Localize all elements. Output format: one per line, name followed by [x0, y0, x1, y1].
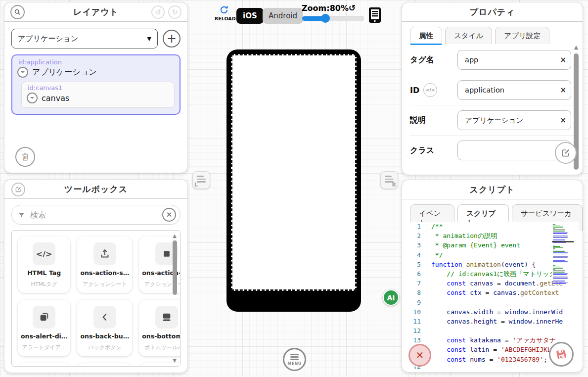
- code-line[interactable]: 12: [406, 326, 579, 335]
- undo-icon[interactable]: ↺: [151, 5, 165, 19]
- toolbox-card-ons-action-s-[interactable]: ons-action-s…アクションシート: [77, 236, 132, 293]
- line-number: 11: [406, 317, 426, 326]
- device-preview-icon[interactable]: [368, 6, 382, 26]
- clear-field-icon[interactable]: ×: [560, 87, 566, 94]
- properties-panel-header: プロパティ: [402, 2, 583, 22]
- tagname-input[interactable]: [464, 55, 558, 64]
- close-button[interactable]: ✕: [408, 344, 431, 367]
- zoom-slider[interactable]: [302, 16, 364, 21]
- minimap-marker: [552, 241, 574, 242]
- tab-app-settings[interactable]: アプリ設定: [495, 27, 549, 44]
- delete-button[interactable]: [15, 147, 35, 167]
- upload-icon: [93, 242, 116, 265]
- component-name: ons-back-bu…: [80, 332, 129, 340]
- properties-panel: プロパティ 属性 スタイル アプリ設定 タグ名 × ID </> × 説明 ×: [402, 2, 583, 175]
- clear-field-icon[interactable]: ×: [560, 56, 566, 64]
- toolbox-card-ons-button[interactable]: ons-button: [18, 363, 70, 367]
- code-line[interactable]: 9: [406, 298, 579, 307]
- id-input[interactable]: [464, 86, 558, 94]
- toolbox-scrollbar[interactable]: ▲ ▼: [171, 234, 178, 363]
- code-minimap[interactable]: [552, 223, 574, 276]
- android-toggle-button[interactable]: Android: [263, 8, 303, 24]
- code-text: [426, 326, 579, 335]
- line-number: 13: [406, 335, 426, 345]
- handle-letter: R: [392, 182, 396, 188]
- code-line[interactable]: 8 const ctx = canvas.getContext: [406, 288, 579, 297]
- zoom-reset-icon[interactable]: ↺: [349, 3, 356, 13]
- component-subtitle: バックボタン: [88, 344, 122, 351]
- scroll-up-icon[interactable]: ▲: [173, 234, 177, 238]
- chevron-left-icon: [93, 306, 116, 329]
- class-input-wrap: [457, 141, 571, 160]
- line-number: 9: [406, 298, 426, 307]
- tagname-input-wrap: ×: [457, 50, 571, 70]
- tab-style[interactable]: スタイル: [445, 27, 492, 44]
- field-label: タグ名: [410, 55, 457, 65]
- line-number: 4: [406, 250, 426, 260]
- left-panel-handle[interactable]: L: [192, 171, 210, 189]
- right-panel-handle[interactable]: R: [380, 171, 398, 189]
- code-line[interactable]: 16: [406, 364, 579, 369]
- line-number: 1: [406, 222, 426, 231]
- scroll-thumb[interactable]: [173, 240, 177, 295]
- reload-button[interactable]: RELOAD: [215, 5, 233, 21]
- phone-screen: [231, 54, 357, 291]
- clear-search-icon[interactable]: ✕: [162, 208, 176, 222]
- toolbox-card-ons-back-bu-[interactable]: ons-back-bu…バックボタン: [77, 300, 132, 356]
- scroll-down-icon[interactable]: ▼: [173, 358, 177, 363]
- field-row-id: ID </> ×: [410, 75, 578, 105]
- menu-label: MENU: [287, 362, 302, 366]
- ios-toggle-button[interactable]: iOS: [236, 8, 264, 24]
- layout-tree: id:application アプリケーション id:canvas1 canva…: [11, 54, 181, 115]
- toolbox-card-ons-alert-di-[interactable]: ons-alert-di…アラートダイア…: [18, 300, 70, 356]
- component-name: ons-alert-di…: [21, 332, 67, 340]
- save-button[interactable]: [549, 342, 574, 367]
- line-number: 12: [406, 326, 426, 335]
- expand-icon[interactable]: [27, 93, 38, 103]
- field-row-tagname: タグ名 ×: [410, 45, 578, 75]
- hamburger-icon: [290, 353, 299, 361]
- zoom-slider-thumb[interactable]: [321, 14, 330, 23]
- toolbox-search-input[interactable]: [29, 210, 162, 220]
- tree-node-application[interactable]: id:application アプリケーション id:canvas1 canva…: [11, 54, 181, 115]
- tree-node-id: id:application: [18, 58, 175, 66]
- code-icon[interactable]: </>: [423, 83, 437, 97]
- line-number: 7: [406, 279, 426, 288]
- field-label: ID </>: [410, 83, 457, 97]
- description-input[interactable]: [464, 116, 558, 125]
- toolbox-card-ons-carousel[interactable]: ons-carousel: [139, 363, 181, 367]
- reload-icon: [219, 5, 229, 15]
- properties-tabs: 属性 スタイル アプリ設定: [410, 27, 583, 44]
- clear-field-icon[interactable]: ×: [560, 117, 566, 124]
- selected-canvas-element[interactable]: [231, 54, 357, 291]
- properties-panel-title: プロパティ: [470, 6, 515, 18]
- ai-button[interactable]: AI: [383, 289, 399, 306]
- menu-button[interactable]: MENU: [283, 348, 306, 371]
- add-component-button[interactable]: +: [163, 30, 181, 47]
- field-row-description: 説明 ×: [410, 105, 578, 136]
- expand-icon[interactable]: [17, 67, 28, 78]
- handle-lines-icon: [197, 176, 206, 184]
- edit-icon[interactable]: [11, 183, 25, 196]
- component-select[interactable]: アプリケーション ▼: [11, 29, 158, 48]
- tab-attributes[interactable]: 属性: [410, 27, 442, 44]
- edit-class-button[interactable]: [555, 142, 577, 164]
- component-subtitle: アクションシート: [83, 281, 127, 288]
- code-line[interactable]: 11 canvas.height = window.innerHe: [406, 317, 579, 326]
- toolbox-card-ons-card[interactable]: ons-card: [77, 363, 132, 367]
- line-number: 10: [406, 307, 426, 317]
- search-icon[interactable]: [10, 5, 25, 19]
- code-line[interactable]: 10 canvas.width = window.innerWid: [406, 307, 579, 317]
- class-input[interactable]: [464, 146, 558, 155]
- code-line[interactable]: 13 const katakana = 'アァカサタナ: [406, 335, 579, 345]
- layout-panel-header: レイアウト ↺ ↻: [4, 2, 187, 22]
- redo-icon[interactable]: ↻: [168, 5, 181, 19]
- scroll-up-icon[interactable]: ▲: [574, 44, 578, 50]
- tree-node-canvas[interactable]: id:canvas1 canvas: [21, 82, 175, 108]
- component-name: ons-action-s…: [80, 269, 129, 277]
- toolbox-card-html-tag[interactable]: </>HTML TagHTMLタグ: [18, 236, 70, 293]
- zoom-label: Zoom:80%↺: [302, 3, 356, 13]
- zoom-control: Zoom:80%↺: [302, 3, 364, 21]
- toolbox-panel: ツールボックス ✕ </>HTML TagHTMLタグons-action-s……: [4, 179, 188, 373]
- tree-node-id: id:canvas1: [28, 84, 169, 92]
